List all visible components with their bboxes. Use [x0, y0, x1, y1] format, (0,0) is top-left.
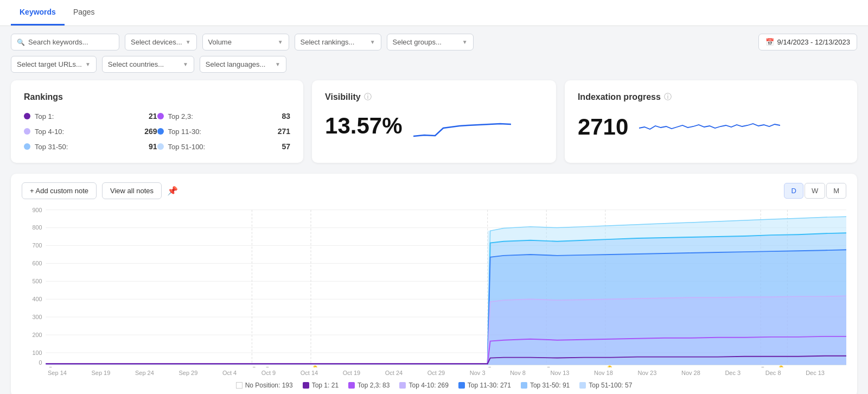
legend-label-top51-100: Top 51-100: 57 — [589, 382, 632, 389]
svg-text:400: 400 — [32, 296, 42, 302]
top1-label: Top 1: — [35, 112, 144, 120]
x-label-dec13: Dec 13 — [806, 370, 825, 376]
svg-text:🔑: 🔑 — [605, 365, 612, 367]
indexation-header: Indexation progress ⓘ — [578, 92, 844, 102]
date-range-value: 9/14/2023 - 12/13/2023 — [777, 38, 850, 46]
x-label-nov3: Nov 3 — [470, 370, 486, 376]
legend-top2-3: Top 2,3: 83 — [348, 382, 390, 389]
devices-label: Select devices... — [131, 38, 182, 46]
view-all-notes-button[interactable]: View all notes — [102, 182, 162, 199]
legend-top11-30: Top 11-30: 271 — [458, 382, 511, 389]
search-keywords-input[interactable]: 🔍 Search keywords... — [11, 34, 119, 50]
svg-text:900: 900 — [32, 207, 42, 213]
languages-label: Select languages... — [206, 60, 266, 68]
legend-dot-top11-30 — [458, 382, 465, 389]
rankings-col-right: Top 2,3: 83 Top 11-30: 271 Top 51-100: 5… — [157, 112, 291, 151]
top1-value: 21 — [149, 112, 157, 120]
period-buttons: D W M — [784, 183, 846, 199]
x-label-oct14: Oct 14 — [301, 370, 318, 376]
chevron-down-icon: ▼ — [462, 39, 468, 45]
chevron-down-icon: ▼ — [85, 61, 91, 67]
countries-label: Select countries... — [108, 60, 164, 68]
x-label-nov28: Nov 28 — [681, 370, 700, 376]
target-urls-label: Select target URLs... — [17, 60, 82, 68]
x-label-sep14: Sep 14 — [48, 370, 67, 376]
svg-text:600: 600 — [32, 260, 42, 266]
x-label-nov13: Nov 13 — [551, 370, 570, 376]
legend-dot-top1 — [303, 382, 309, 389]
top31-50-dot — [24, 143, 30, 150]
indexation-title: Indexation progress — [578, 92, 661, 102]
tab-keywords[interactable]: Keywords — [11, 0, 65, 26]
legend-top1: Top 1: 21 — [303, 382, 339, 389]
languages-filter[interactable]: Select languages... ▼ — [200, 56, 286, 73]
add-custom-note-button[interactable]: + Add custom note — [22, 182, 97, 199]
legend-label-no-position: No Position: 193 — [245, 382, 293, 389]
groups-filter[interactable]: Select groups... ▼ — [387, 34, 474, 50]
ranking-top11-30: Top 11-30: 271 — [157, 127, 291, 136]
legend-no-position: No Position: 193 — [236, 382, 293, 389]
calendar-icon: 📅 — [765, 38, 774, 46]
legend-dot-top2-3 — [348, 382, 355, 389]
legend-label-top1: Top 1: 21 — [312, 382, 339, 389]
svg-text:800: 800 — [32, 225, 42, 231]
x-label-oct24: Oct 24 — [385, 370, 403, 376]
chevron-down-icon: ▼ — [186, 39, 191, 45]
legend-top51-100: Top 51-100: 57 — [579, 382, 632, 389]
period-btn-d[interactable]: D — [784, 183, 803, 199]
legend-top4-10: Top 4-10: 269 — [399, 382, 448, 389]
chart-controls: + Add custom note View all notes 📌 D W M — [22, 182, 846, 199]
svg-text:G: G — [761, 365, 765, 367]
ranking-top31-50: Top 31-50: 91 — [24, 142, 157, 151]
target-urls-filter[interactable]: Select target URLs... ▼ — [11, 56, 97, 73]
legend-dot-top51-100 — [579, 382, 586, 389]
top2-3-dot — [157, 113, 164, 119]
x-label-oct19: Oct 19 — [343, 370, 360, 376]
ranking-top2-3: Top 2,3: 83 — [157, 112, 291, 120]
info-icon-indexation: ⓘ — [664, 92, 672, 102]
chart-svg: 900 800 700 600 500 400 300 200 100 0 — [22, 205, 846, 367]
chevron-down-icon: ▼ — [370, 39, 375, 45]
x-label-nov23: Nov 23 — [637, 370, 656, 376]
chart-area: 900 800 700 600 500 400 300 200 100 0 — [22, 205, 846, 367]
chart-legend: No Position: 193 Top 1: 21 Top 2,3: 83 T… — [22, 376, 846, 391]
svg-text:500: 500 — [32, 278, 42, 284]
svg-text:0: 0 — [39, 359, 42, 366]
x-label-sep24: Sep 24 — [135, 370, 154, 376]
svg-text:100: 100 — [32, 349, 42, 356]
indexation-card: Indexation progress ⓘ 2710 — [565, 80, 857, 163]
svg-text:G: G — [546, 365, 551, 367]
svg-text:G: G — [48, 365, 53, 367]
period-btn-m[interactable]: M — [826, 183, 846, 199]
x-label-oct29: Oct 29 — [427, 370, 445, 376]
legend-label-top11-30: Top 11-30: 271 — [468, 382, 511, 389]
tab-pages[interactable]: Pages — [65, 0, 104, 26]
x-label-dec8: Dec 8 — [765, 370, 781, 376]
svg-text:200: 200 — [32, 332, 42, 338]
info-icon: ⓘ — [364, 92, 372, 102]
x-label-sep29: Sep 29 — [178, 370, 197, 376]
legend-box-no-position — [236, 382, 242, 389]
top51-100-dot — [157, 143, 164, 150]
filters-row-2: Select target URLs... ▼ Select countries… — [0, 54, 868, 80]
rankings-filter[interactable]: Select rankings... ▼ — [295, 34, 381, 50]
top51-100-label: Top 51-100: — [168, 143, 278, 151]
top51-100-value: 57 — [282, 142, 291, 151]
legend-label-top2-3: Top 2,3: 83 — [358, 382, 390, 389]
pin-icon[interactable]: 📌 — [167, 186, 178, 196]
x-label-oct9: Oct 9 — [261, 370, 276, 376]
tabs-bar: Keywords Pages — [0, 0, 868, 26]
ranking-top1: Top 1: 21 — [24, 112, 157, 120]
search-keywords-placeholder: Search keywords... — [28, 38, 88, 46]
svg-text:🔑: 🔑 — [311, 365, 318, 367]
period-btn-w[interactable]: W — [805, 183, 825, 199]
top2-3-value: 83 — [282, 112, 291, 120]
add-note-label: + Add custom note — [30, 187, 88, 195]
x-axis-labels: Sep 14 Sep 19 Sep 24 Sep 29 Oct 4 Oct 9 … — [22, 367, 846, 376]
date-range-picker[interactable]: 📅 9/14/2023 - 12/13/2023 — [758, 34, 857, 50]
devices-filter[interactable]: Select devices... ▼ — [125, 34, 197, 50]
volume-filter[interactable]: Volume ▼ — [202, 34, 289, 50]
top11-30-label: Top 11-30: — [168, 128, 273, 136]
countries-filter[interactable]: Select countries... ▼ — [102, 56, 194, 73]
legend-dot-top31-50 — [521, 382, 527, 389]
